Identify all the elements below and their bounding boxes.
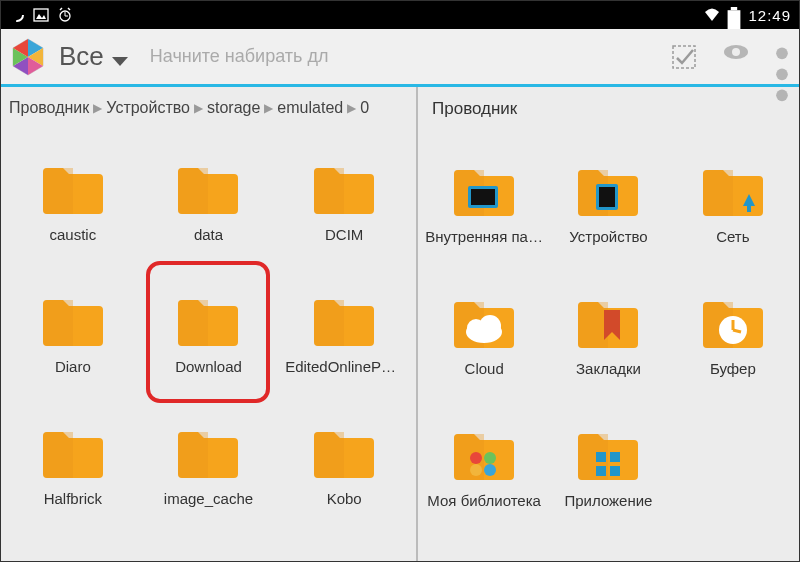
svg-marker-2	[36, 14, 46, 19]
folder-item[interactable]: Kobo	[284, 401, 404, 531]
svg-line-34	[733, 330, 741, 332]
chevron-right-icon: ▶	[264, 101, 273, 115]
search-input[interactable]	[150, 46, 400, 67]
svg-point-36	[484, 452, 496, 464]
mode-spinner[interactable]: Все	[59, 41, 128, 72]
folder-item[interactable]: caustic	[13, 137, 133, 267]
folder-item[interactable]: Буфер	[673, 271, 793, 401]
svg-rect-40	[610, 452, 620, 462]
folder-icon	[450, 428, 518, 482]
folder-label: Halfbrick	[44, 490, 102, 507]
folder-item[interactable]: Cloud	[424, 271, 544, 401]
folder-label: EditedOnlinePhotos	[285, 358, 403, 375]
action-bar: Все	[1, 29, 799, 87]
folder-icon	[574, 164, 642, 218]
folder-icon	[450, 296, 518, 350]
breadcrumb-item[interactable]: Устройство	[106, 99, 190, 117]
svg-rect-39	[596, 452, 606, 462]
folder-item[interactable]: data	[148, 137, 268, 267]
svg-point-0	[11, 9, 23, 21]
folder-icon	[450, 164, 518, 218]
svg-line-7	[68, 8, 70, 10]
folder-label: image_cache	[164, 490, 253, 507]
overflow-menu-icon[interactable]	[775, 44, 789, 70]
right-panel: Проводник Внутренняя памятьУстройствоСет…	[418, 87, 799, 562]
svg-rect-42	[610, 466, 620, 476]
chevron-right-icon: ▶	[194, 101, 203, 115]
app-icon[interactable]	[7, 36, 49, 78]
dropdown-triangle-icon	[112, 57, 128, 66]
folder-label: Моя библиотека	[427, 492, 541, 509]
folder-item[interactable]: Внутренняя память	[424, 139, 544, 269]
folder-grid-left: causticdataDCIMDiaroDownloadEditedOnline…	[1, 129, 416, 562]
svg-rect-8	[728, 10, 741, 31]
folder-icon	[39, 294, 107, 348]
folder-icon	[310, 426, 378, 480]
svg-line-6	[60, 8, 62, 10]
folder-item[interactable]: Сеть	[673, 139, 793, 269]
svg-point-20	[776, 47, 788, 59]
svg-rect-1	[34, 9, 48, 21]
folder-icon	[310, 294, 378, 348]
clock-text: 12:49	[748, 7, 791, 24]
folder-label: Cloud	[465, 360, 504, 377]
folder-icon	[174, 426, 242, 480]
right-panel-title: Проводник	[418, 87, 799, 131]
wifi-icon	[704, 7, 720, 23]
status-bar: 12:49	[1, 1, 799, 29]
breadcrumb-item[interactable]: storage	[207, 99, 260, 117]
spinner-label: Все	[59, 41, 104, 72]
folder-item[interactable]: Diaro	[13, 269, 133, 399]
spinner-icon	[9, 7, 25, 23]
folder-item[interactable]: image_cache	[148, 401, 268, 531]
folder-icon	[39, 426, 107, 480]
svg-point-22	[776, 89, 788, 101]
folder-icon	[574, 296, 642, 350]
svg-rect-9	[731, 7, 737, 10]
svg-point-19	[732, 48, 740, 56]
folder-icon	[574, 428, 642, 482]
folder-icon	[174, 162, 242, 216]
folder-label: Приложение	[564, 492, 652, 509]
svg-point-35	[470, 452, 482, 464]
folder-label: caustic	[49, 226, 96, 243]
search-container	[150, 46, 400, 67]
battery-icon	[726, 7, 742, 23]
alarm-icon	[57, 7, 73, 23]
folder-label: data	[194, 226, 223, 243]
view-icon[interactable]	[723, 44, 749, 70]
breadcrumb-item[interactable]: 0	[360, 99, 369, 117]
svg-point-31	[479, 315, 501, 337]
image-icon	[33, 7, 49, 23]
folder-label: Diaro	[55, 358, 91, 375]
select-icon[interactable]	[671, 44, 697, 70]
folder-item[interactable]: Устройство	[548, 139, 668, 269]
breadcrumb-item[interactable]: Проводник	[9, 99, 89, 117]
breadcrumb: Проводник▶Устройство▶storage▶emulated▶0	[1, 87, 416, 129]
folder-icon	[699, 164, 767, 218]
folder-label: Внутренняя память	[425, 228, 543, 245]
svg-rect-41	[596, 466, 606, 476]
folder-label: Буфер	[710, 360, 756, 377]
folder-label: Сеть	[716, 228, 749, 245]
svg-point-38	[484, 464, 496, 476]
folder-item[interactable]: Закладки	[548, 271, 668, 401]
folder-label: Kobo	[327, 490, 362, 507]
chevron-right-icon: ▶	[347, 101, 356, 115]
folder-label: DCIM	[325, 226, 363, 243]
folder-item[interactable]: Приложение	[548, 403, 668, 533]
folder-item[interactable]: Download	[148, 269, 268, 399]
folder-label: Закладки	[576, 360, 641, 377]
folder-grid-right: Внутренняя памятьУстройствоСетьCloudЗакл…	[418, 131, 799, 562]
left-panel: Проводник▶Устройство▶storage▶emulated▶0 …	[1, 87, 418, 562]
folder-item[interactable]: DCIM	[284, 137, 404, 267]
svg-rect-24	[471, 189, 495, 205]
breadcrumb-item[interactable]: emulated	[277, 99, 343, 117]
folder-item[interactable]: Моя библиотека	[424, 403, 544, 533]
folder-icon	[39, 162, 107, 216]
folder-label: Устройство	[569, 228, 647, 245]
folder-item[interactable]: EditedOnlinePhotos	[284, 269, 404, 399]
svg-rect-26	[599, 187, 615, 207]
folder-item[interactable]: Halfbrick	[13, 401, 133, 531]
svg-rect-28	[747, 206, 751, 212]
